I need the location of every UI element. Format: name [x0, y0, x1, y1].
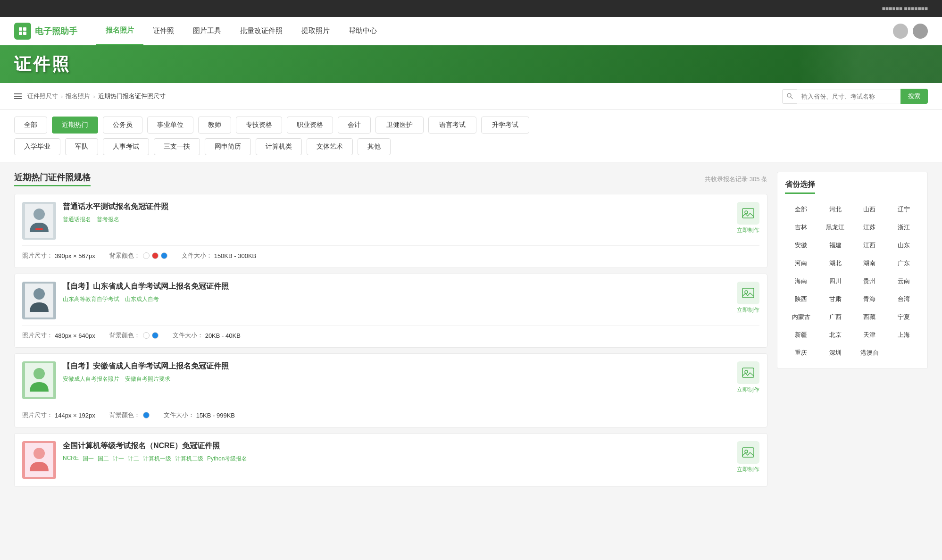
province-neimenggu[interactable]: 内蒙古: [785, 309, 817, 325]
card-action-4[interactable]: 立即制作: [737, 441, 759, 474]
province-xizang[interactable]: 西藏: [853, 309, 886, 325]
cat-btn-institution[interactable]: 事业单位: [147, 117, 193, 134]
cat-btn-other[interactable]: 其他: [358, 138, 391, 155]
nav-item-tiqu[interactable]: 提取照片: [292, 17, 339, 45]
cat-btn-accounting[interactable]: 会计: [338, 117, 371, 134]
province-henan[interactable]: 河南: [785, 255, 817, 271]
main-header: 电子照助手 报名照片 证件照 图片工具 批量改证件照 提取照片 帮助中心: [0, 17, 942, 45]
province-jiangxi[interactable]: 江西: [853, 237, 886, 253]
province-guangxi[interactable]: 广西: [819, 309, 852, 325]
card-tag-2-1[interactable]: 山东成人自考: [125, 295, 159, 303]
province-xinjiang[interactable]: 新疆: [785, 327, 817, 343]
card-title-3[interactable]: 【自考】安徽省成人自学考试网上报名免冠证件照: [63, 361, 730, 371]
card-tag-4-1[interactable]: 国一: [83, 455, 94, 463]
cat-btn-vocational[interactable]: 职业资格: [287, 117, 333, 134]
province-qinghai[interactable]: 青海: [853, 291, 886, 307]
province-shandong[interactable]: 山东: [888, 237, 920, 253]
menu-icon[interactable]: [14, 93, 22, 99]
card-title-1[interactable]: 普通话水平测试报名免冠证件照: [63, 202, 730, 212]
province-chongqing[interactable]: 重庆: [785, 345, 817, 361]
cat-btn-enrollment[interactable]: 入学毕业: [14, 138, 60, 155]
make-btn-label-1: 立即制作: [737, 226, 759, 234]
province-hainan[interactable]: 海南: [785, 273, 817, 289]
cat-btn-professional[interactable]: 专技资格: [236, 117, 282, 134]
province-sichuan[interactable]: 四川: [819, 273, 852, 289]
banner-text: 证件照: [14, 53, 71, 76]
breadcrumb-link-2[interactable]: 报名照片: [66, 92, 90, 100]
cat-btn-sanzhi[interactable]: 三支一扶: [154, 138, 200, 155]
cat-btn-civil[interactable]: 公务员: [103, 117, 142, 134]
cat-btn-personnel[interactable]: 人事考试: [103, 138, 149, 155]
card-action-3[interactable]: 立即制作: [737, 361, 759, 394]
card-tag-4-5[interactable]: 计算机一级: [143, 455, 171, 463]
cat-btn-resume[interactable]: 网申简历: [205, 138, 251, 155]
svg-rect-1: [23, 27, 26, 31]
province-shanghai[interactable]: 上海: [888, 327, 920, 343]
card-tag-3-0[interactable]: 安徽成人自考报名照片: [63, 375, 119, 383]
search-button[interactable]: 搜索: [900, 89, 928, 104]
card-tag-2-0[interactable]: 山东高等教育自学考试: [63, 295, 119, 303]
province-hebei[interactable]: 河北: [819, 201, 852, 217]
card-tags-1: 普通话报名 普考报名: [63, 216, 730, 224]
province-ningxia[interactable]: 宁夏: [888, 309, 920, 325]
meta-size-3: 照片尺寸： 144px × 192px: [22, 411, 95, 419]
cat-btn-arts[interactable]: 文体艺术: [307, 138, 353, 155]
province-guizhou[interactable]: 贵州: [853, 273, 886, 289]
nav-item-bangzhu[interactable]: 帮助中心: [339, 17, 386, 45]
card-tag-4-0[interactable]: NCRE: [63, 455, 79, 463]
card-tag-1-0[interactable]: 普通话报名: [63, 216, 91, 224]
cat-btn-all[interactable]: 全部: [14, 117, 47, 134]
card-tag-4-2[interactable]: 国二: [98, 455, 109, 463]
province-yunnan[interactable]: 云南: [888, 273, 920, 289]
province-shaanxi[interactable]: 陕西: [785, 291, 817, 307]
card-tag-4-7[interactable]: Python考级报名: [207, 455, 247, 463]
card-action-1[interactable]: 立即制作: [737, 202, 759, 234]
province-jiangsu[interactable]: 江苏: [853, 219, 886, 235]
province-shanxi[interactable]: 山西: [853, 201, 886, 217]
cat-btn-promotion[interactable]: 升学考试: [481, 117, 529, 134]
card-tag-4-4[interactable]: 计二: [128, 455, 139, 463]
province-hunan[interactable]: 湖南: [853, 255, 886, 271]
card-action-2[interactable]: 立即制作: [737, 282, 759, 314]
card-tag-3-1[interactable]: 安徽自考照片要求: [125, 375, 170, 383]
province-anhui[interactable]: 安徽: [785, 237, 817, 253]
province-tianjin[interactable]: 天津: [853, 327, 886, 343]
svg-point-7: [33, 209, 45, 220]
province-gangaotai[interactable]: 港澳台: [853, 345, 886, 361]
nav-item-baomingzhaopian[interactable]: 报名照片: [96, 17, 143, 45]
card-tag-4-6[interactable]: 计算机二级: [175, 455, 203, 463]
cat-btn-medical[interactable]: 卫健医护: [375, 117, 424, 134]
province-hubei[interactable]: 湖北: [819, 255, 852, 271]
card-title-4[interactable]: 全国计算机等级考试报名（NCRE）免冠证件照: [63, 441, 730, 451]
cat-btn-recent-hot[interactable]: 近期热门: [52, 117, 98, 134]
province-shenzhen[interactable]: 深圳: [819, 345, 852, 361]
province-fujian[interactable]: 福建: [819, 237, 852, 253]
breadcrumb-link-1[interactable]: 证件照尺寸: [27, 92, 58, 100]
province-zhejiang[interactable]: 浙江: [888, 219, 920, 235]
province-all[interactable]: 全部: [785, 201, 817, 217]
svg-point-16: [33, 368, 45, 379]
province-jilin[interactable]: 吉林: [785, 219, 817, 235]
cat-btn-computer[interactable]: 计算机类: [256, 138, 302, 155]
card-tag-1-1[interactable]: 普考报名: [97, 216, 119, 224]
search-input[interactable]: [797, 90, 900, 103]
province-liaoning[interactable]: 辽宁: [888, 201, 920, 217]
cat-btn-teacher[interactable]: 教师: [198, 117, 231, 134]
province-gansu[interactable]: 甘肃: [819, 291, 852, 307]
sidebar-title: 省份选择: [785, 180, 815, 194]
cat-btn-language[interactable]: 语言考试: [428, 117, 476, 134]
nav-item-piliang[interactable]: 批量改证件照: [231, 17, 292, 45]
nav-item-zhengjianzhaopian[interactable]: 证件照: [143, 17, 183, 45]
province-guangdong[interactable]: 广东: [888, 255, 920, 271]
province-taiwan[interactable]: 台湾: [888, 291, 920, 307]
cat-btn-military[interactable]: 军队: [65, 138, 98, 155]
province-heilongjiang[interactable]: 黑龙江: [819, 219, 852, 235]
card-top-2: 【自考】山东省成人自学考试网上报名免冠证件照 山东高等教育自学考试 山东成人自考: [22, 282, 759, 319]
svg-point-12: [33, 288, 45, 300]
breadcrumb-bar: 证件照尺寸 › 报名照片 › 近期热门报名证件照尺寸 搜索: [0, 83, 942, 110]
nav-item-tupianGongju[interactable]: 图片工具: [183, 17, 231, 45]
card-title-2[interactable]: 【自考】山东省成人自学考试网上报名免冠证件照: [63, 282, 730, 292]
province-beijing[interactable]: 北京: [819, 327, 852, 343]
card-tag-4-3[interactable]: 计一: [113, 455, 124, 463]
color-circles-3: [143, 412, 150, 418]
